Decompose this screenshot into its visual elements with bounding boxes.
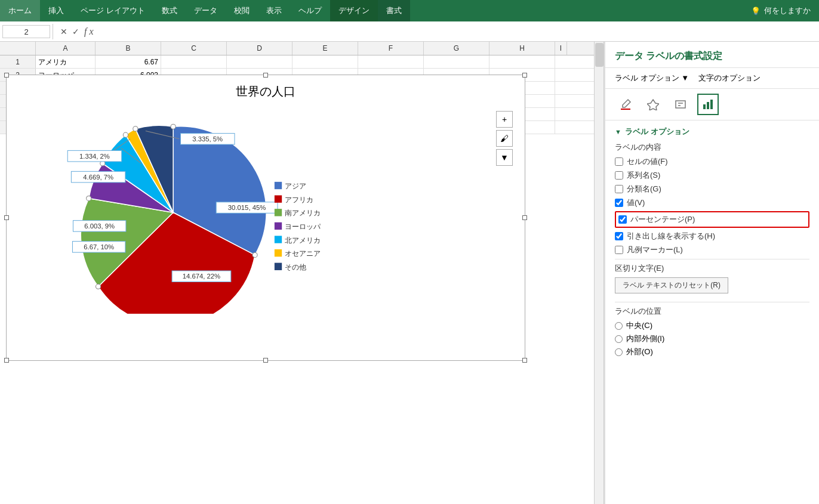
radio-center-input[interactable]	[615, 322, 623, 330]
separator-1	[615, 259, 809, 259]
checkbox-series-name-input[interactable]	[615, 171, 623, 180]
confirm-icon[interactable]: ✓	[72, 27, 79, 36]
col-header-b: B	[96, 42, 161, 55]
menu-data[interactable]: データ	[186, 0, 226, 21]
legend-label-africa: アフリカ	[285, 196, 313, 204]
chart-title: 世界の人口	[13, 84, 519, 100]
checkbox-legend-key-input[interactable]	[615, 246, 623, 254]
table-row: 1 アメリカ 6.67	[0, 55, 604, 69]
panel-icon-chart[interactable]	[697, 94, 719, 115]
radio-inside-end: 内部外側(I)	[615, 333, 809, 344]
menu-help[interactable]: ヘルプ	[290, 0, 330, 21]
whatdo-label[interactable]: 何をしますか	[764, 5, 811, 16]
legend-label-s-america: 南アメリカ	[285, 209, 321, 217]
radio-outside-end-input[interactable]	[615, 348, 623, 356]
separator-label: 区切り文字(E)	[615, 263, 809, 274]
checkbox-percentage-input[interactable]	[618, 215, 627, 224]
reset-label-button[interactable]: ラベル テキストのリセット(R)	[615, 277, 728, 293]
cell-c1[interactable]	[161, 55, 227, 68]
label-position-section: ラベルの位置 中央(C) 内部外側(I) 外部(O)	[615, 306, 809, 357]
chart-container[interactable]: 世界の人口	[6, 75, 525, 361]
chart-add-button[interactable]: +	[496, 111, 513, 128]
chart-filter-button[interactable]: ▼	[496, 149, 513, 166]
chart-style-button[interactable]: 🖌	[496, 130, 513, 147]
pie-handle[interactable]	[87, 196, 91, 200]
fx-icon: f x	[84, 26, 94, 37]
col-header-e: E	[292, 42, 358, 55]
col-header-f: F	[358, 42, 424, 55]
col-header-h: H	[489, 42, 555, 55]
menu-design[interactable]: デザイン	[330, 0, 378, 21]
svg-marker-0	[647, 100, 659, 110]
cell-g1[interactable]	[424, 55, 489, 68]
svg-rect-4	[703, 104, 706, 109]
whatdo-area: 💡 何をしますか	[743, 5, 819, 16]
menu-view[interactable]: 表示	[258, 0, 290, 21]
panel-icon-effects[interactable]	[642, 94, 664, 115]
legend-label-europe: ヨーロッパ	[285, 222, 321, 231]
panel-icon-size[interactable]	[670, 94, 691, 115]
pie-handle[interactable]	[133, 126, 138, 131]
cell-f1[interactable]	[358, 55, 424, 68]
chart-action-buttons: + 🖌 ▼	[496, 111, 513, 166]
checkbox-series-name-label: 系列名(S)	[627, 170, 660, 181]
section-collapse-icon: ▼	[615, 128, 621, 135]
radio-inside-end-input[interactable]	[615, 335, 623, 343]
row-header-spacer	[0, 42, 36, 55]
checkbox-category-name: 分類名(G)	[615, 184, 809, 194]
col-header-d: D	[227, 42, 292, 55]
label-europe: 6.003, 9%	[84, 222, 115, 230]
cancel-icon[interactable]: ✕	[60, 27, 67, 36]
cell-d1[interactable]	[227, 55, 292, 68]
panel-tabs: ラベル オプション ▼ 文字のオプション	[605, 68, 819, 89]
tab-arrow-icon: ▼	[681, 73, 689, 82]
radio-center-label: 中央(C)	[626, 320, 652, 331]
menu-home[interactable]: ホーム	[0, 0, 40, 21]
radio-outside-end: 外部(O)	[615, 347, 809, 357]
pie-handle[interactable]	[123, 132, 128, 137]
legend-color-oceania	[275, 249, 282, 256]
formula-bar-actions: ✕ ✓	[56, 27, 84, 36]
menu-insert[interactable]: 挿入	[40, 0, 72, 21]
legend-label-n-america: 北アメリカ	[285, 236, 321, 245]
checkbox-cell-value: セルの値(F)	[615, 156, 809, 167]
vertical-scrollbar[interactable]	[594, 42, 604, 504]
legend-color-asia	[275, 182, 282, 189]
pie-handle[interactable]	[171, 124, 176, 129]
checkbox-legend-key: 凡例マーカー(L)	[615, 245, 809, 255]
cell-h1[interactable]	[489, 55, 555, 68]
row-header-1: 1	[0, 55, 36, 68]
formula-input[interactable]	[98, 27, 817, 36]
menu-review[interactable]: 校閲	[226, 0, 258, 21]
pie-handle[interactable]	[96, 284, 100, 289]
col-header-c: C	[161, 42, 227, 55]
checkbox-percentage-label: パーセンテージ(P)	[630, 214, 695, 225]
cell-e1[interactable]	[292, 55, 358, 68]
menu-formula[interactable]: 数式	[153, 0, 186, 21]
menu-page-layout[interactable]: ページ レイアウト	[72, 0, 153, 21]
col-header-g: G	[424, 42, 489, 55]
menu-format[interactable]: 書式	[378, 0, 410, 21]
cell-a1[interactable]: アメリカ	[36, 55, 96, 68]
panel-tab-text-options[interactable]: 文字のオプション	[698, 73, 761, 84]
cell-b1[interactable]: 6.67	[96, 55, 161, 68]
menubar: ホーム 挿入 ページ レイアウト 数式 データ 校閲 表示 ヘルプ デザイン 書…	[0, 0, 819, 21]
checkbox-legend-key-label: 凡例マーカー(L)	[627, 245, 683, 255]
checkbox-category-name-input[interactable]	[615, 185, 623, 193]
section-header[interactable]: ▼ ラベル オプション	[615, 126, 809, 137]
checkbox-leader-lines-input[interactable]	[615, 232, 623, 240]
pie-handle[interactable]	[253, 252, 257, 257]
col-header-i: I	[555, 42, 567, 55]
checkbox-value-input[interactable]	[615, 199, 623, 207]
panel-icon-fill[interactable]	[615, 94, 636, 115]
panel-tab-label-options[interactable]: ラベル オプション ▼	[615, 73, 689, 84]
radio-center: 中央(C)	[615, 320, 809, 331]
scrollbar-thumb[interactable]	[595, 43, 604, 67]
legend-color-s-america	[275, 209, 282, 216]
checkbox-cell-value-input[interactable]	[615, 157, 623, 166]
cell-reference[interactable]: 2	[2, 25, 50, 38]
checkbox-value-label: 値(V)	[627, 197, 645, 208]
checkbox-leader-lines: 引き出し線を表示する(H)	[615, 231, 809, 242]
main-area: A B C D E F G H I 1 アメリカ 6.67	[0, 42, 819, 504]
column-headers: A B C D E F G H I	[0, 42, 604, 55]
